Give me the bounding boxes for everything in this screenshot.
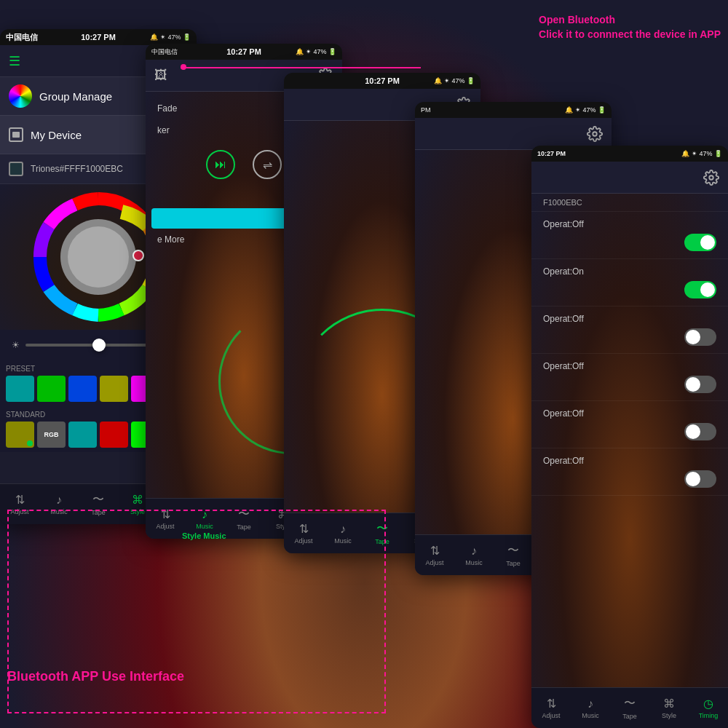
battery-icon: 🔔 ✴ 47% 🔋 bbox=[150, 33, 191, 41]
device-icon bbox=[9, 127, 23, 142]
status-time-center: 10:27 PM bbox=[81, 33, 116, 41]
device-id-row: F1000EBC bbox=[531, 194, 728, 212]
status-icons-1: 🔔 ✴ 47% 🔋 bbox=[150, 33, 191, 41]
s3-battery: 🔔 ✴ 47% 🔋 bbox=[434, 77, 475, 84]
tab4-tape-label: Tape bbox=[506, 560, 521, 567]
toggle-2[interactable] bbox=[684, 281, 716, 298]
s3-time: 10:27 PM bbox=[365, 76, 400, 85]
screen5-main: F1000EBC Operat:Off Operat:On Operat:Off bbox=[531, 194, 728, 687]
preset-color-1[interactable] bbox=[6, 376, 34, 402]
preset-color-2[interactable] bbox=[37, 376, 66, 402]
schedule-toggle-row-3 bbox=[543, 328, 716, 346]
tab5-adjust-icon: ⇅ bbox=[547, 697, 556, 711]
status-bar-2: 中国电信 10:27 PM 🔔 ✴ 47% 🔋 bbox=[146, 44, 342, 60]
preset-color-4[interactable] bbox=[100, 376, 128, 402]
s5-gear[interactable] bbox=[703, 170, 719, 186]
schedule-item-2: Operat:On bbox=[531, 259, 728, 306]
tab5-timing-icon: ◷ bbox=[703, 697, 713, 711]
status-bar-1: 中国电信 10:27 PM 🔔 ✴ 47% 🔋 bbox=[0, 29, 197, 45]
svg-point-4 bbox=[133, 250, 143, 261]
s2-time: 10:27 PM bbox=[226, 47, 261, 56]
s4-time: PM bbox=[421, 106, 431, 114]
schedule-item-4: Operat:Off bbox=[531, 354, 728, 401]
play-next-btn[interactable]: ⏭ bbox=[206, 150, 235, 179]
schedule-toggle-row-4 bbox=[543, 376, 716, 393]
schedule-label-1: Operat:Off bbox=[543, 219, 716, 229]
standard-color-1[interactable] bbox=[6, 422, 34, 448]
preset-color-3[interactable] bbox=[68, 376, 97, 402]
s4-gear[interactable] bbox=[587, 126, 603, 142]
toggle-4[interactable] bbox=[684, 376, 716, 393]
tab4-music-icon: ♪ bbox=[471, 545, 477, 558]
tab5-tape[interactable]: 〜 Tape bbox=[610, 696, 649, 720]
tape-icon: 〜 bbox=[92, 492, 104, 507]
tab5-adjust[interactable]: ⇅ Adjust bbox=[531, 697, 571, 719]
tab4-adjust-icon: ⇅ bbox=[430, 544, 440, 558]
schedule-label-6: Operat:Off bbox=[543, 456, 716, 466]
status-bar-3: 10:27 PM 🔔 ✴ 47% 🔋 bbox=[284, 73, 480, 89]
brightness-thumb[interactable] bbox=[92, 339, 106, 352]
tab5-timing[interactable]: ◷ Timing bbox=[689, 697, 728, 719]
standard-color-rgb[interactable]: RGB bbox=[37, 422, 66, 448]
tab5-style-label: Style bbox=[662, 712, 676, 719]
tab4-adjust-label: Adjust bbox=[425, 559, 443, 566]
schedule-toggle-row-2 bbox=[543, 281, 716, 298]
my-device-label: My Device bbox=[31, 129, 160, 141]
toggle-6[interactable] bbox=[684, 470, 716, 488]
sun-small-icon: ☀ bbox=[12, 340, 20, 350]
schedule-label-5: Operat:Off bbox=[543, 408, 716, 419]
tab5-music[interactable]: ♪ Music bbox=[571, 697, 610, 719]
toggle-5[interactable] bbox=[684, 423, 716, 440]
track-more-name: e More bbox=[157, 234, 184, 245]
style-icon: ⌘ bbox=[132, 493, 143, 507]
triones-device-icon bbox=[9, 162, 23, 176]
s4-battery: 🔔 ✴ 47% 🔋 bbox=[565, 106, 606, 114]
standard-color-3[interactable] bbox=[68, 422, 97, 448]
bottom-label: Bluetooth APP Use Interface bbox=[7, 669, 184, 684]
tab5-music-icon: ♪ bbox=[587, 697, 593, 711]
schedule-label-3: Operat:Off bbox=[543, 314, 716, 324]
toggle-3[interactable] bbox=[684, 328, 716, 346]
schedule-item-1: Operat:Off bbox=[531, 212, 728, 259]
tab4-tape-icon: 〜 bbox=[507, 543, 519, 558]
s2-carrier: 中国电信 bbox=[151, 47, 178, 57]
tab4-adjust[interactable]: ⇅ Adjust bbox=[415, 544, 454, 566]
toggle-1[interactable] bbox=[684, 234, 716, 251]
standard-color-4[interactable] bbox=[100, 422, 128, 448]
bluetooth-title: Open Bluetooth bbox=[539, 13, 721, 28]
schedule-item-3: Operat:Off bbox=[531, 306, 728, 354]
tab4-music-label: Music bbox=[465, 559, 483, 566]
shuffle-btn[interactable]: ⇌ bbox=[253, 150, 282, 179]
schedule-label-4: Operat:Off bbox=[543, 361, 716, 371]
tab5-adjust-label: Adjust bbox=[542, 712, 560, 719]
tab5-tape-label: Tape bbox=[622, 713, 637, 720]
s2-battery: 🔔 ✴ 47% 🔋 bbox=[296, 48, 336, 55]
hamburger-icon[interactable]: ☰ bbox=[9, 53, 20, 69]
status-bar-5: 10:27 PM 🔔 ✴ 47% 🔋 bbox=[531, 146, 728, 162]
tab5-tape-icon: 〜 bbox=[624, 696, 636, 711]
annotation-line bbox=[181, 67, 421, 68]
tab4-tape[interactable]: 〜 Tape bbox=[494, 543, 533, 567]
color-circle-icon bbox=[9, 84, 32, 108]
svg-point-3 bbox=[68, 226, 129, 288]
status-bar-4: PM 🔔 ✴ 47% 🔋 bbox=[415, 102, 612, 118]
color-wheel[interactable] bbox=[33, 191, 164, 323]
schedule-label-2: Operat:On bbox=[543, 266, 716, 277]
nav-bar-5 bbox=[531, 162, 728, 194]
bluetooth-annotation: Open Bluetooth Click it to connnect the … bbox=[539, 13, 721, 41]
track-fade-name: Fade bbox=[157, 103, 177, 114]
tab4-music[interactable]: ♪ Music bbox=[454, 545, 494, 566]
schedule-item-5: Operat:Off bbox=[531, 401, 728, 448]
schedule-toggle-row-1 bbox=[543, 234, 716, 251]
schedule-item-6: Operat:Off bbox=[531, 448, 728, 496]
annotation-dot bbox=[181, 64, 186, 70]
track-ker-name: ker bbox=[157, 125, 170, 135]
svg-point-7 bbox=[593, 132, 597, 136]
tab-bar-5: ⇅ Adjust ♪ Music 〜 Tape ⌘ Style ◷ Timing bbox=[531, 687, 728, 728]
s5-battery: 🔔 ✴ 47% 🔋 bbox=[681, 150, 722, 157]
s5-time: 10:27 PM bbox=[537, 150, 566, 157]
tab5-style[interactable]: ⌘ Style bbox=[649, 697, 689, 719]
tab5-style-icon: ⌘ bbox=[663, 697, 675, 711]
tab5-timing-label: Timing bbox=[699, 712, 719, 719]
device-id-label: F1000EBC bbox=[543, 198, 582, 207]
